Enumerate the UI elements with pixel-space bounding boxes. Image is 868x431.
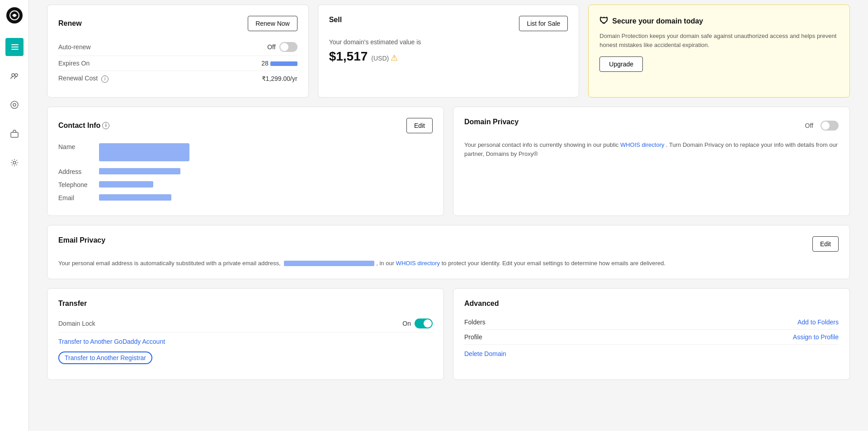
sidebar-item-groups[interactable]: [5, 67, 24, 85]
delete-domain-link[interactable]: Delete Domain: [464, 350, 506, 357]
secure-description: Domain Protection keeps your domain safe…: [599, 32, 839, 49]
address-value: [99, 168, 180, 176]
domain-privacy-state: Off: [805, 122, 813, 129]
domain-lock-label: Domain Lock: [58, 320, 95, 327]
expires-on-value: 28: [261, 60, 297, 67]
main-content: Renew Renew Now Auto-renew Off Expires O…: [29, 0, 868, 431]
upgrade-button[interactable]: Upgrade: [599, 56, 643, 72]
email-label: Email: [58, 194, 99, 201]
secure-title: 🛡 Secure your domain today: [599, 16, 839, 26]
sidebar-item-settings[interactable]: [5, 154, 24, 172]
domain-privacy-toggle[interactable]: [821, 121, 839, 131]
sell-currency: (USD): [371, 55, 389, 62]
renewal-cost-label: Renewal Cost i: [58, 75, 108, 83]
name-value: [99, 143, 189, 163]
email-privacy-description: Your personal email address is automatic…: [58, 259, 839, 268]
sidebar-logo[interactable]: [6, 7, 23, 23]
sell-estimated-label: Your domain's estimated value is: [329, 38, 568, 46]
auto-renew-label: Auto-renew: [58, 43, 91, 51]
list-for-sale-button[interactable]: List for Sale: [519, 16, 568, 31]
contact-info-title: Contact Info: [58, 122, 100, 130]
telephone-value: [99, 181, 153, 189]
email-privacy-whois-link[interactable]: WHOIS directory: [396, 260, 440, 267]
svg-point-4: [12, 74, 14, 76]
warning-icon: ⚠: [391, 53, 398, 63]
sidebar-item-briefcase[interactable]: [5, 125, 24, 143]
domain-privacy-title: Domain Privacy: [464, 118, 519, 126]
sidebar-item-circle[interactable]: [5, 96, 24, 114]
svg-point-9: [13, 161, 16, 164]
contact-info-card: Contact Info i Edit Name Address Telepho…: [47, 107, 444, 216]
transfer-godaddy-link[interactable]: Transfer to Another GoDaddy Account: [58, 338, 433, 345]
svg-rect-1: [11, 44, 19, 45]
auto-renew-value: Off: [267, 43, 275, 51]
secure-card: 🛡 Secure your domain today Domain Protec…: [588, 5, 850, 98]
advanced-card: Advanced Folders Add to Folders Profile …: [453, 288, 850, 380]
sidebar-item-list[interactable]: [5, 38, 24, 56]
transfer-title: Transfer: [58, 300, 433, 308]
sell-card: Sell List for Sale Your domain's estimat…: [318, 5, 580, 98]
contact-info-edit-button[interactable]: Edit: [406, 118, 433, 133]
svg-rect-8: [11, 132, 18, 137]
email-privacy-edit-button[interactable]: Edit: [812, 236, 839, 252]
renew-title: Renew: [58, 19, 82, 28]
address-label: Address: [58, 168, 99, 175]
expires-on-label: Expires On: [58, 60, 90, 67]
domain-lock-state: On: [402, 320, 411, 327]
renewal-cost-info-icon[interactable]: i: [101, 75, 108, 83]
whois-link[interactable]: WHOIS directory: [620, 141, 665, 148]
svg-rect-3: [11, 49, 19, 50]
svg-point-7: [13, 103, 16, 106]
sell-title: Sell: [329, 16, 342, 24]
domain-privacy-text: Your personal contact info is currently …: [464, 141, 839, 159]
svg-rect-2: [11, 47, 19, 47]
telephone-label: Telephone: [58, 181, 99, 188]
sidebar: [0, 0, 29, 431]
renewal-cost-value: ₹1,299.00/yr: [262, 75, 297, 82]
renew-card: Renew Renew Now Auto-renew Off Expires O…: [47, 5, 309, 98]
auto-renew-toggle[interactable]: [279, 42, 297, 52]
email-privacy-title: Email Privacy: [58, 236, 105, 244]
advanced-title: Advanced: [464, 300, 839, 308]
renew-now-button[interactable]: Renew Now: [248, 16, 297, 31]
name-label: Name: [58, 143, 99, 150]
assign-to-profile-link[interactable]: Assign to Profile: [793, 333, 839, 341]
add-to-folders-link[interactable]: Add to Folders: [797, 319, 839, 326]
email-privacy-card: Email Privacy Edit Your personal email a…: [47, 225, 850, 280]
domain-lock-toggle[interactable]: [415, 319, 433, 328]
shield-check-icon: 🛡: [599, 16, 609, 26]
email-value: [99, 194, 171, 202]
sell-price: $1,517: [329, 49, 368, 64]
contact-info-icon[interactable]: i: [102, 122, 109, 129]
svg-point-5: [15, 74, 18, 76]
domain-privacy-card: Domain Privacy Off Your personal contact…: [453, 107, 850, 216]
profile-label: Profile: [464, 333, 482, 341]
folders-label: Folders: [464, 319, 486, 326]
svg-point-6: [11, 101, 18, 108]
transfer-registrar-link[interactable]: Transfer to Another Registrar: [58, 351, 152, 364]
transfer-registrar-circled[interactable]: Transfer to Another Registrar: [58, 351, 152, 364]
transfer-card: Transfer Domain Lock On Transfer to Anot…: [47, 288, 444, 380]
